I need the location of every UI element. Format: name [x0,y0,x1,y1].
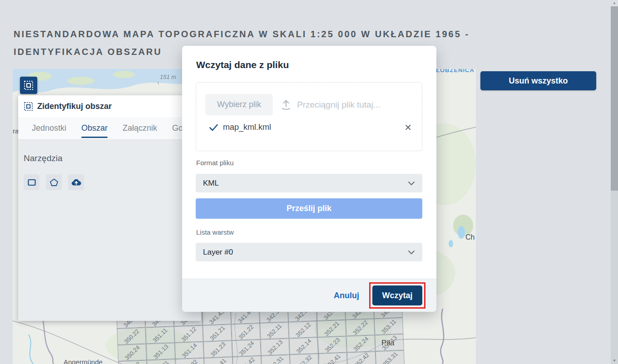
map-grid-cell-label: 351.23 [209,340,227,358]
map-grid-cell-label: 353.11 [380,318,397,335]
uploaded-file-row: map_kml.kml ✕ [209,123,412,132]
scroll-down-button[interactable]: ▼ [611,358,618,364]
map-grid-cell-label: 353.31 [381,350,399,364]
map-grid-cell-label: 352.23 [323,336,341,354]
delete-all-button[interactable]: Usuń wszystko [480,71,596,90]
map-grid-cell-label: 351.22 [237,323,255,340]
rectangle-icon [27,178,36,187]
polygon-tool-button[interactable] [46,174,62,190]
tab-zalacznik[interactable]: Załącznik [123,117,157,139]
map-city-label-pila: Piła [381,339,394,348]
confirm-highlight-annotation: Wczytaj [369,282,425,309]
map-grid-cell: 352.42 [347,351,376,364]
map-grid-cell: 352.31 [261,354,290,364]
map-grid-cell: 351.13 [146,343,175,360]
map-grid-cell: 352.21 [317,320,346,337]
map-grid-cell: 351.22 [231,323,260,340]
rectangle-tool-button[interactable] [24,174,40,190]
map-grid-cell: 351.21 [203,324,232,341]
pentagon-icon [49,178,59,187]
layers-label: Lista warstw [196,228,234,236]
identify-area-button[interactable] [20,77,37,94]
map-grid-cell: 351.31 [147,359,176,364]
map-grid-cell: 352.32 [290,354,319,364]
upload-area-tool-button[interactable] [68,174,84,190]
map-grid-cell-label: 350.42 [124,360,142,364]
map-grid-cell: 351.41 [204,357,233,364]
modal-footer: Anuluj Wczytaj [182,279,436,312]
map-grid-cell: 350.22 [117,328,146,345]
map-grid-cell-label: 352.24 [352,335,370,352]
map-grid-cell-label: 351.13 [152,343,169,360]
map-grid-cell-label: 351.24 [237,339,255,357]
format-label: Format pliku [196,159,234,167]
layer-select[interactable]: Layer #0 [196,243,422,261]
map-grid-cell-label: 352.42 [352,351,370,364]
tab-obszar[interactable]: Obszar [81,117,108,139]
map-grid-cell-label: 351.31 [153,359,170,364]
map-grid-cell: 351.42 [232,356,262,364]
map-grid-cell-label: 351.21 [208,324,226,341]
map-grid-cell: 350.42 [118,360,147,364]
map-grid-cell: 352.11 [260,322,289,339]
map-grid-cell: 352.23 [317,336,346,354]
scroll-up-button[interactable]: ▲ [611,0,618,6]
map-grid-cell: 351.23 [203,340,232,358]
choose-file-button[interactable]: Wybierz plik [205,94,273,115]
file-name: map_kml.kml [223,123,271,132]
map-grid-cell: 351.14 [175,342,204,359]
chevron-down-icon [408,181,415,186]
map-city-label-bottom: Angermünde [64,358,103,364]
tab-jednostki[interactable]: Jednostki [32,117,66,139]
map-city-label-right: Ch [465,233,475,241]
file-dropzone[interactable]: Wybierz plik Przeciągnij plik tutaj... m… [196,82,422,151]
cloud-upload-icon [71,178,81,187]
scrollbar-thumb[interactable] [611,6,618,191]
map-grid-cell: 351.24 [232,339,261,357]
map-grid-cell-label: 350.22 [123,328,140,345]
drop-placeholder: Przeciągnij plik tutaj... [297,100,381,110]
chevron-down-icon [408,250,415,255]
cancel-button[interactable]: Anuluj [334,291,359,300]
upload-file-button[interactable]: Prześlij plik [196,198,422,219]
identify-panel: Zidentyfikuj obszar Jednostki Obszar Zał… [18,95,201,321]
map-grid-cell-label: 352.14 [295,337,312,354]
map-grid-cell-label: 352.21 [323,320,341,337]
map-grid-cell-label: 351.11 [151,326,168,344]
drop-hint: Przeciągnij plik tutaj... [281,94,381,115]
map-grid-cell-label: 352.31 [267,354,285,364]
map-grid-cell: 350.24 [118,344,147,361]
tools-row [24,174,196,190]
format-select[interactable]: KML [196,174,422,192]
map-grid-cell: 352.41 [318,353,347,364]
map-city-label-top: ŁOBŻENICA [436,69,475,74]
layer-value: Layer #0 [203,248,233,257]
map-grid-cell: 352.13 [261,338,290,355]
map-grid-cell-label: 352.12 [294,321,312,338]
format-value: KML [203,179,219,188]
map-grid-cell-label: 351.12 [180,325,198,343]
upload-arrow-icon [281,99,292,111]
map-grid-cell-label: 352.13 [266,338,284,355]
map-grid-cell-label: 352.22 [351,319,369,336]
map-grid-cell-label: 352.32 [296,354,313,364]
map-grid-cell-label: 352.41 [324,353,341,364]
map-grid-cell: 352.24 [346,335,375,352]
modal-title: Wczytaj dane z pliku [196,59,289,70]
map-scale-label: 151 m [160,74,176,80]
map-grid-cell-label: 351.14 [180,342,198,359]
remove-file-button[interactable]: ✕ [404,123,412,132]
map-grid-cell: 353.31 [376,350,405,364]
map-grid-cell-label: 352.11 [266,322,283,339]
identify-panel-tabs: Jednostki Obszar Załącznik Godło [18,117,201,140]
page-scrollbar[interactable]: ▲ ▼ [611,0,618,364]
confirm-load-button[interactable]: Wczytaj [372,285,422,305]
map-grid-cell: 352.22 [346,319,375,336]
check-icon [209,123,218,132]
map-grid-cell-label: 351.41 [210,357,227,364]
map-grid-cell-label: 351.32 [181,358,199,364]
load-data-modal: Wczytaj dane z pliku Wybierz plik Przeci… [182,46,436,312]
map-grid-cell-label: 350.24 [123,344,141,361]
identify-panel-header: Zidentyfikuj obszar [18,95,201,117]
map-grid-cell: 351.32 [175,358,204,364]
